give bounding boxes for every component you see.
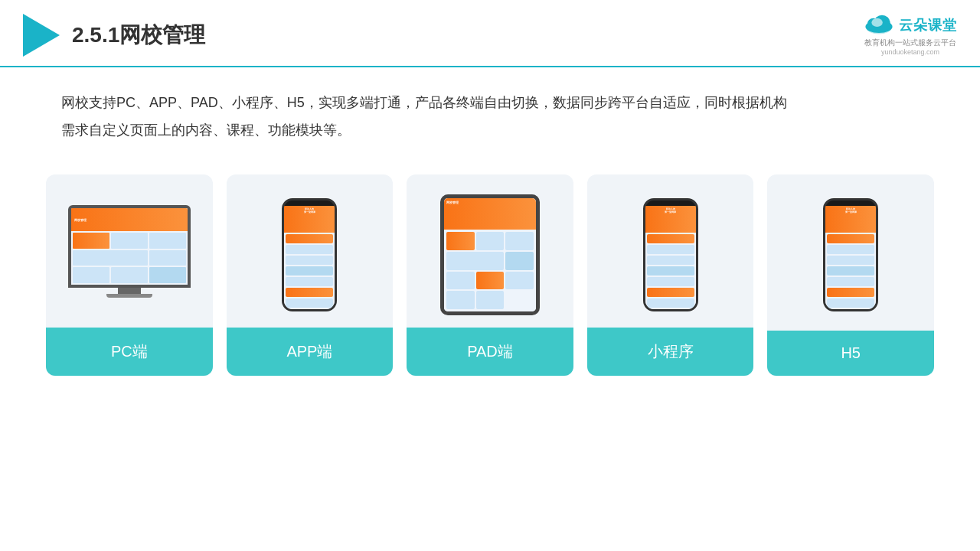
app-label: APP端	[227, 328, 394, 376]
pc-monitor-icon: 网校管理	[68, 205, 191, 305]
h5-phone-icon: 职达人的第一堂网课	[823, 198, 878, 311]
svg-point-7	[871, 18, 882, 27]
header-left: 2.5.1网校管理	[23, 14, 205, 57]
h5-label: H5	[767, 331, 934, 376]
brand-area: 云朵课堂 教育机构一站式服务云平台 yunduoketang.com	[864, 15, 957, 56]
page-header: 2.5.1网校管理 云朵课堂 教育机构一站式服务云平台 yunduoketang…	[0, 0, 980, 67]
title-text: 网校管理	[119, 23, 205, 47]
brand-name-text: 云朵课堂	[899, 16, 957, 34]
app-image-area: 职达人的第一堂网课	[227, 174, 394, 328]
pad-tablet-icon: 网校管理	[440, 194, 540, 315]
app-card: 职达人的第一堂网课 APP端	[227, 174, 394, 376]
brand-tagline-text: 教育机构一站式服务云平台	[864, 37, 956, 48]
miniprogram-card: 职达人的第一堂网课 小程序	[587, 174, 754, 376]
pad-card: 网校管理 PAD端	[407, 174, 573, 376]
pc-card: 网校管理	[46, 174, 213, 376]
pc-image-area: 网校管理	[46, 174, 213, 328]
cards-container: 网校管理	[0, 152, 980, 399]
pad-image-area: 网校管理	[407, 174, 573, 328]
h5-image-area: 职达人的第一堂网课	[767, 174, 934, 328]
brand-logo: 云朵课堂	[864, 15, 957, 36]
logo-triangle-icon	[23, 14, 60, 57]
miniprogram-phone-icon: 职达人的第一堂网课	[643, 198, 698, 311]
miniprogram-label: 小程序	[587, 328, 754, 376]
h5-card: 职达人的第一堂网课 H5	[767, 174, 934, 376]
description-text: 网校支持PC、APP、PAD、小程序、H5，实现多端打通，产品各终端自由切换，数…	[0, 67, 980, 144]
cloud-logo-icon	[864, 15, 894, 36]
pad-label: PAD端	[407, 328, 573, 376]
pc-label: PC端	[46, 328, 213, 376]
brand-url-text: yunduoketang.com	[881, 48, 939, 56]
app-phone-icon: 职达人的第一堂网课	[282, 198, 337, 311]
section-number: 2.5.1	[72, 23, 119, 47]
page-title: 2.5.1网校管理	[72, 21, 205, 50]
miniprogram-image-area: 职达人的第一堂网课	[587, 174, 754, 328]
